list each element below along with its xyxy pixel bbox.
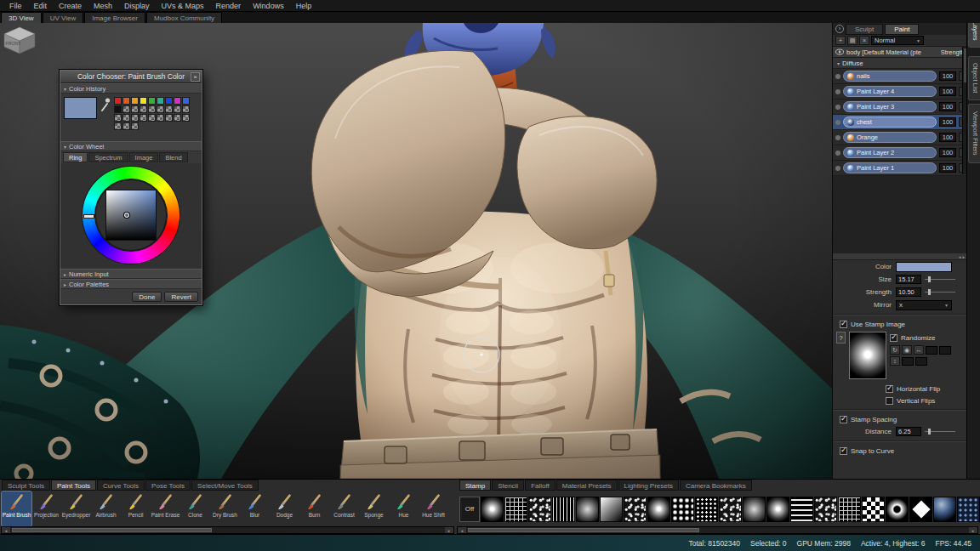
mirror-dropdown[interactable]: x ▼ <box>896 300 952 310</box>
history-color-swatch[interactable] <box>182 97 190 105</box>
empty-color-slot[interactable] <box>122 114 130 122</box>
menu-item[interactable]: Help <box>290 2 318 10</box>
stamp-thumb[interactable] <box>695 497 718 522</box>
tool-category-tab[interactable]: Paint Tools <box>51 480 96 491</box>
stamp-thumb[interactable] <box>481 497 504 522</box>
paint-tool[interactable]: Projection <box>31 491 61 526</box>
paint-tool[interactable]: Burn <box>299 491 329 526</box>
blend-mode-dropdown[interactable]: Normal ▼ <box>871 36 924 45</box>
empty-color-slot[interactable] <box>182 114 190 122</box>
layer-strength-value[interactable]: 100 <box>939 87 956 96</box>
scrollbar-thumb[interactable] <box>468 528 699 532</box>
tray-tab[interactable]: Material Presets <box>556 480 618 491</box>
layer-row[interactable]: chest 100 <box>833 115 967 130</box>
layer-mode-tab[interactable]: Paint <box>885 24 919 35</box>
stamp-thumb[interactable] <box>886 497 909 522</box>
stamp-off-button[interactable]: Off <box>459 497 480 522</box>
tool-category-tab[interactable]: Sculpt Tools <box>2 480 50 491</box>
paint-tool[interactable]: Paint Brush <box>2 491 31 526</box>
layer-visibility-dot[interactable] <box>835 151 840 156</box>
stamp-thumb[interactable] <box>838 497 861 522</box>
stamp-thumb[interactable] <box>957 497 980 522</box>
refresh-icon[interactable]: ↻ <box>890 345 900 355</box>
menu-item[interactable]: Edit <box>28 2 54 10</box>
stamp-thumb[interactable] <box>814 497 837 522</box>
empty-color-slot[interactable] <box>157 114 164 122</box>
paint-tool[interactable]: Hue <box>389 491 419 526</box>
layer-strength-value[interactable]: 100 <box>939 133 956 142</box>
layer-visibility-dot[interactable] <box>835 74 840 79</box>
paint-tool[interactable]: Clone <box>180 491 210 526</box>
empty-color-slot[interactable] <box>114 122 122 130</box>
layer-strength-value[interactable]: 100 <box>939 71 956 81</box>
layer-row[interactable]: Paint Layer 4 100 <box>833 84 967 99</box>
empty-color-slot[interactable] <box>174 105 181 113</box>
strength-input[interactable]: 10.50 <box>896 287 921 297</box>
menu-item[interactable]: File <box>3 2 28 10</box>
view-cube-gizmo[interactable]: FRONT <box>0 23 39 55</box>
history-color-swatch[interactable] <box>148 97 156 105</box>
side-panel-tab[interactable]: Object List <box>968 56 980 100</box>
delete-layer-icon[interactable]: × <box>859 36 869 45</box>
snap-to-curve-checkbox[interactable] <box>840 447 847 455</box>
layer-strength-value[interactable]: 100 <box>939 148 956 157</box>
empty-color-slot[interactable] <box>131 114 139 122</box>
tray-tab[interactable]: Camera Bookmarks <box>680 480 752 491</box>
layer-visibility-dot[interactable] <box>835 120 840 125</box>
layer-row[interactable]: Orange 100 <box>833 130 967 145</box>
empty-color-slot[interactable] <box>174 114 181 122</box>
done-button[interactable]: Done <box>132 292 162 302</box>
tool-category-tab[interactable]: Pose Tools <box>145 480 191 491</box>
stamp-thumb[interactable] <box>790 497 813 522</box>
randomize-checkbox[interactable] <box>890 334 897 342</box>
layer-row[interactable]: nails 100 <box>833 69 967 84</box>
paint-tool[interactable]: Eyedropper <box>61 491 91 526</box>
paint-tool[interactable]: Hue Shift <box>419 491 448 526</box>
vertical-flip-checkbox[interactable] <box>886 397 893 405</box>
stamp-thumb[interactable] <box>743 497 766 522</box>
paint-tool[interactable]: Paint Erase <box>151 491 180 526</box>
history-color-swatch[interactable] <box>157 97 164 105</box>
scroll-left-icon[interactable]: ◂ <box>2 527 10 533</box>
menu-item[interactable]: Render <box>210 2 248 10</box>
stamp-help-button[interactable]: ? <box>836 332 846 344</box>
size-input[interactable]: 15.17 <box>896 275 921 284</box>
empty-color-slot[interactable] <box>122 105 130 113</box>
history-color-swatch[interactable] <box>131 97 139 105</box>
stamp-thumb[interactable] <box>647 497 670 522</box>
layer-row[interactable]: Paint Layer 3 100 <box>833 99 967 115</box>
empty-color-slot[interactable] <box>131 122 139 130</box>
view-tab[interactable]: Image Browser <box>84 12 145 23</box>
sv-cursor[interactable] <box>124 213 129 218</box>
tools-scrollbar[interactable]: ◂ ▸ <box>1 526 454 534</box>
wheel-mode-tab[interactable]: Blend <box>159 152 187 162</box>
layer-pill[interactable]: Paint Layer 2 <box>843 147 937 158</box>
strength-slider[interactable] <box>925 288 955 296</box>
layer-pill[interactable]: Paint Layer 4 <box>843 86 937 97</box>
horizontal-flip-checkbox[interactable] <box>886 385 893 393</box>
dialog-title-bar[interactable]: Color Chooser: Paint Brush Color × <box>60 71 202 83</box>
scroll-left-icon[interactable]: ◂ <box>959 254 961 259</box>
stamp-thumb[interactable] <box>600 497 623 522</box>
empty-color-slot[interactable] <box>157 105 164 113</box>
empty-color-slot[interactable] <box>148 105 156 113</box>
color-wheel[interactable] <box>60 163 202 269</box>
size-slider[interactable] <box>925 276 955 283</box>
layer-pill[interactable]: chest <box>843 116 937 128</box>
paint-tool[interactable]: Blur <box>240 491 270 526</box>
wheel-mode-tab[interactable]: Ring <box>63 152 88 162</box>
tray-tab[interactable]: Stencil <box>492 480 524 491</box>
layer-pill[interactable]: Paint Layer 1 <box>843 162 937 173</box>
scroll-right-icon[interactable]: ▸ <box>969 527 977 533</box>
sv-square[interactable] <box>106 190 156 240</box>
empty-color-slot[interactable] <box>182 105 190 113</box>
use-stamp-checkbox[interactable] <box>840 321 847 328</box>
brush-color-swatch[interactable] <box>896 262 952 272</box>
stamp-thumb[interactable] <box>624 497 647 522</box>
view-tab[interactable]: 3D View <box>1 12 42 23</box>
import-layer-icon[interactable]: ▤ <box>847 36 858 45</box>
empty-color-slot[interactable] <box>122 122 130 130</box>
stamp-thumb[interactable] <box>862 497 885 522</box>
randomize-value-box[interactable] <box>939 346 951 355</box>
view-tab[interactable]: Mudbox Community <box>146 12 222 23</box>
